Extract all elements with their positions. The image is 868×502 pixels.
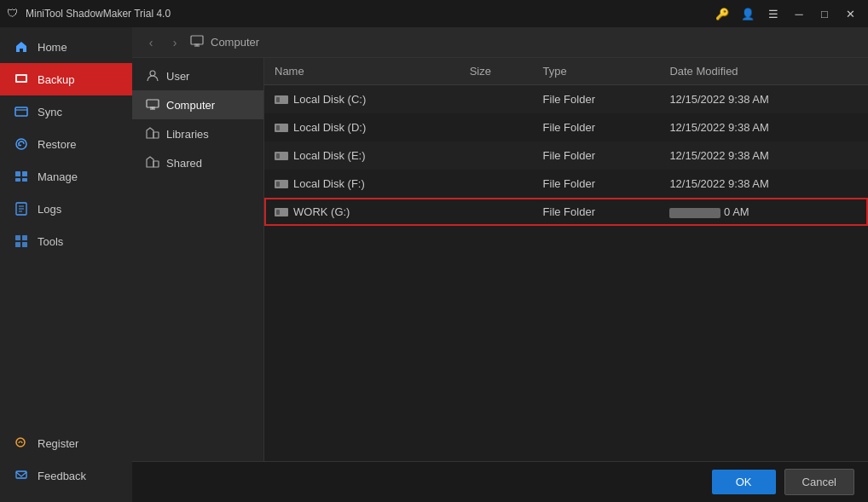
- sidebar-item-register[interactable]: Register: [0, 427, 132, 459]
- file-type-cell: File Folder: [533, 170, 660, 198]
- col-header-size[interactable]: Size: [460, 58, 533, 85]
- file-date-cell: 12/15/2022 9:38 AM: [659, 170, 868, 198]
- home-icon: [14, 39, 29, 55]
- file-name-cell: Local Disk (D:): [264, 113, 460, 141]
- file-type-cell: File Folder: [533, 141, 660, 170]
- table-row[interactable]: Local Disk (F:)File Folder12/15/2022 9:3…: [264, 170, 868, 198]
- file-date-cell: 12/15/2022 9:38 AM: [659, 113, 868, 141]
- cancel-button[interactable]: Cancel: [784, 469, 854, 495]
- pin-button[interactable]: 🔑: [711, 5, 733, 22]
- file-size-cell: [460, 198, 533, 226]
- sidebar-item-manage[interactable]: Manage: [0, 160, 132, 193]
- nav-forward-button[interactable]: ›: [166, 34, 183, 51]
- file-table: Name Size Type Date Modified Local Disk …: [264, 58, 868, 226]
- bottom-bar: OK Cancel: [132, 461, 868, 502]
- sidebar-backup-label: Backup: [38, 73, 74, 86]
- svg-rect-7: [15, 178, 20, 182]
- register-icon: [14, 436, 29, 451]
- sidebar-manage-label: Manage: [38, 170, 78, 183]
- minimize-button[interactable]: ─: [788, 5, 810, 22]
- svg-rect-6: [22, 171, 27, 176]
- tree-libraries-label: Libraries: [166, 128, 209, 141]
- sidebar-item-sync[interactable]: Sync: [0, 95, 132, 128]
- col-header-date[interactable]: Date Modified: [659, 58, 868, 85]
- col-header-name[interactable]: Name: [264, 58, 460, 85]
- sidebar-item-feedback[interactable]: Feedback: [0, 459, 132, 492]
- shared-tree-icon: [146, 156, 159, 170]
- app-logo-icon: 🛡: [7, 7, 20, 20]
- content-topbar: ‹ › Computer: [132, 27, 868, 58]
- file-type-cell: File Folder: [533, 113, 660, 141]
- sidebar-feedback-label: Feedback: [38, 470, 86, 482]
- tree-item-libraries[interactable]: Libraries: [132, 119, 263, 148]
- title-bar: 🛡 MiniTool ShadowMaker Trial 4.0 🔑 👤 ☰ ─…: [0, 0, 868, 27]
- ok-button[interactable]: OK: [712, 470, 776, 494]
- svg-point-17: [16, 438, 25, 447]
- sidebar-logs-label: Logs: [38, 203, 61, 216]
- tree-shared-label: Shared: [166, 157, 202, 170]
- file-size-cell: [460, 141, 533, 170]
- sidebar-item-restore[interactable]: Restore: [0, 128, 132, 160]
- sidebar-bottom: Register Feedback: [0, 427, 132, 502]
- libraries-tree-icon: [146, 127, 159, 141]
- sidebar-item-backup[interactable]: Backup: [0, 63, 132, 95]
- computer-nav-icon: [190, 34, 204, 50]
- sidebar-item-home[interactable]: Home: [0, 31, 132, 63]
- tree-item-computer[interactable]: Computer: [132, 90, 263, 119]
- file-type-cell: File Folder: [533, 85, 660, 114]
- svg-rect-18: [16, 471, 26, 478]
- tree-computer-label: Computer: [166, 99, 215, 112]
- split-pane: User Computer: [132, 58, 868, 461]
- feedback-icon: [14, 468, 29, 483]
- file-name-text: Local Disk (C:): [293, 93, 366, 106]
- col-header-type[interactable]: Type: [533, 58, 660, 85]
- svg-rect-13: [15, 235, 20, 240]
- sidebar-item-tools[interactable]: Tools: [0, 225, 132, 257]
- file-date-cell: 0 AM: [659, 198, 868, 226]
- file-name-text: WORK (G:): [293, 205, 350, 218]
- tree-item-user[interactable]: User: [132, 61, 263, 90]
- file-name-cell: Local Disk (C:): [264, 85, 460, 114]
- file-list[interactable]: Name Size Type Date Modified Local Disk …: [264, 58, 868, 461]
- svg-rect-15: [15, 242, 20, 247]
- svg-rect-16: [22, 242, 27, 247]
- sidebar-restore-label: Restore: [38, 138, 77, 151]
- svg-rect-24: [147, 100, 159, 107]
- nav-location-label: Computer: [211, 36, 259, 49]
- table-row[interactable]: WORK (G:)File Folder 0 AM: [264, 198, 868, 226]
- close-button[interactable]: ✕: [839, 5, 861, 22]
- file-name-cell: Local Disk (E:): [264, 141, 460, 170]
- table-row[interactable]: Local Disk (E:)File Folder12/15/2022 9:3…: [264, 141, 868, 170]
- sidebar-home-label: Home: [38, 41, 67, 54]
- window-controls: 🔑 👤 ☰ ─ □ ✕: [711, 5, 861, 22]
- sidebar-register-label: Register: [38, 437, 78, 450]
- sidebar-nav: Home Backup Sync: [0, 27, 132, 427]
- account-button[interactable]: 👤: [737, 5, 759, 22]
- main-layout: Home Backup Sync: [0, 27, 868, 502]
- file-date-cell: 12/15/2022 9:38 AM: [659, 141, 868, 170]
- tools-icon: [14, 234, 29, 249]
- restore-icon: [14, 136, 29, 152]
- file-name-text: Local Disk (F:): [293, 177, 365, 190]
- table-row[interactable]: Local Disk (C:)File Folder12/15/2022 9:3…: [264, 85, 868, 114]
- svg-point-4: [16, 139, 26, 149]
- file-type-cell: File Folder: [533, 198, 660, 226]
- svg-rect-14: [22, 235, 27, 240]
- file-name-cell: WORK (G:): [264, 198, 460, 226]
- nav-back-button[interactable]: ‹: [142, 34, 159, 51]
- user-tree-icon: [146, 69, 159, 83]
- manage-icon: [14, 169, 29, 184]
- file-table-body: Local Disk (C:)File Folder12/15/2022 9:3…: [264, 85, 868, 227]
- app-title: MiniTool ShadowMaker Trial 4.0: [26, 8, 711, 20]
- computer-tree-icon: [146, 98, 159, 112]
- file-name-text: Local Disk (E:): [293, 149, 366, 162]
- tree-item-shared[interactable]: Shared: [132, 148, 263, 177]
- table-row[interactable]: Local Disk (D:)File Folder12/15/2022 9:3…: [264, 113, 868, 141]
- svg-point-23: [150, 71, 155, 76]
- svg-rect-2: [15, 107, 27, 116]
- menu-button[interactable]: ☰: [762, 5, 784, 22]
- sidebar: Home Backup Sync: [0, 27, 132, 502]
- sidebar-item-logs[interactable]: Logs: [0, 193, 132, 225]
- maximize-button[interactable]: □: [813, 5, 836, 22]
- sidebar-sync-label: Sync: [38, 106, 62, 118]
